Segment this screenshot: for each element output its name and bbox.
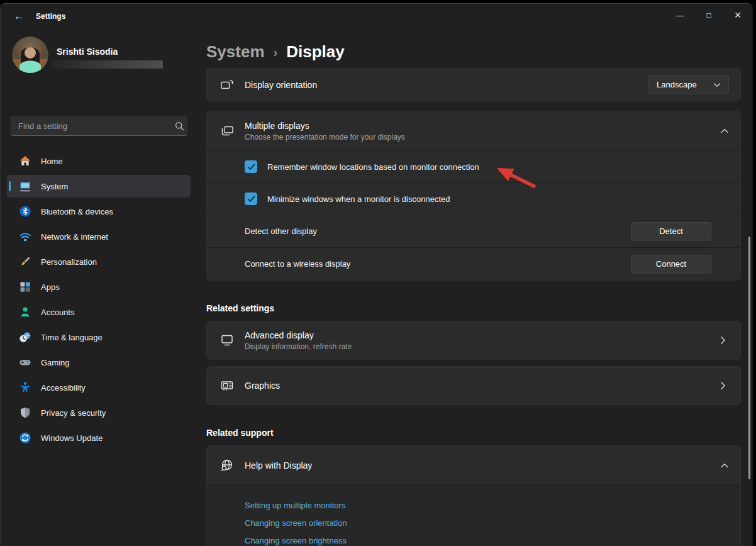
selected-accent-pill (9, 181, 11, 191)
sidebar-item-label: Bluetooth & devices (41, 207, 113, 216)
main-content: System › Display Display orientation Lan… (197, 30, 752, 546)
help-links-section: Setting up multiple monitors Changing sc… (207, 485, 740, 546)
sidebar-item-label: Windows Update (41, 433, 103, 443)
help-link-screen-brightness[interactable]: Changing screen brightness (245, 536, 347, 545)
sidebar-nav: Home System Bluetooth & devices (7, 150, 191, 452)
page-title: Display (286, 42, 345, 62)
sidebar-item-personalization[interactable]: Personalization (7, 250, 191, 273)
time-language-icon (19, 331, 31, 343)
network-icon (19, 230, 31, 243)
breadcrumb: System › Display (206, 39, 741, 64)
help-link-multiple-monitors[interactable]: Setting up multiple monitors (245, 501, 345, 510)
sidebar-item-time-language[interactable]: Time & language (7, 326, 191, 348)
sidebar-item-label: Network & internet (41, 232, 108, 242)
maximize-icon: □ (706, 11, 711, 20)
system-icon (19, 180, 31, 192)
gaming-icon (19, 356, 31, 369)
help-with-display-title: Help with Display (245, 460, 312, 471)
remember-window-locations-checkbox[interactable] (245, 160, 257, 173)
advanced-display-subtitle: Display information, refresh rate (245, 342, 352, 351)
graphics-card[interactable]: Graphics (206, 366, 741, 405)
back-button[interactable]: ← (8, 7, 30, 26)
related-support-heading: Related support (206, 428, 741, 438)
sidebar-item-home[interactable]: Home (7, 150, 191, 172)
minimize-button[interactable]: — (665, 4, 694, 26)
multiple-displays-subtitle: Choose the presentation mode for your di… (245, 133, 405, 142)
window-controls: — □ × (665, 4, 752, 26)
multiple-displays-group: Multiple displays Choose the presentatio… (206, 111, 741, 281)
chevron-right-icon (720, 381, 729, 390)
multiple-displays-icon (220, 123, 235, 138)
chevron-right-icon (720, 336, 729, 345)
related-settings-heading: Related settings (206, 303, 741, 313)
chevron-down-icon (713, 82, 721, 87)
back-arrow-icon: ← (14, 11, 24, 22)
display-orientation-row: Display orientation Landscape (206, 68, 741, 101)
sidebar-item-label: Time & language (41, 333, 103, 342)
home-icon (19, 155, 31, 167)
sidebar-item-bluetooth-devices[interactable]: Bluetooth & devices (7, 200, 191, 223)
scrollbar[interactable] (748, 237, 750, 479)
sidebar-item-apps[interactable]: Apps (7, 276, 191, 298)
profile-block[interactable]: Srishti Sisodia (1, 36, 197, 81)
advanced-display-title: Advanced display (245, 330, 352, 340)
detect-other-display-label: Detect other display (245, 226, 317, 236)
personalization-icon (19, 255, 31, 268)
sidebar-item-label: Accounts (41, 308, 74, 317)
graphics-title: Graphics (245, 381, 280, 391)
chevron-up-icon (720, 463, 729, 469)
bluetooth-icon (19, 205, 31, 218)
sidebar-item-accessibility[interactable]: Accessibility (7, 376, 191, 399)
remember-window-locations-row: Remember window locations based on monit… (207, 150, 740, 182)
wireless-display-row: Connect to a wireless display Connect (207, 247, 740, 280)
minimize-windows-row: Minimize windows when a monitor is disco… (207, 182, 740, 214)
apps-icon (19, 281, 31, 293)
minimize-icon: — (676, 11, 684, 20)
connect-button[interactable]: Connect (631, 255, 711, 274)
sidebar-item-privacy-security[interactable]: Privacy & security (7, 401, 191, 424)
sidebar: Srishti Sisodia Home Syste (1, 30, 197, 546)
sidebar-item-label: Apps (41, 282, 60, 292)
privacy-shield-icon (19, 406, 31, 419)
help-with-display-header[interactable]: Help with Display (207, 446, 740, 485)
sidebar-item-system[interactable]: System (7, 175, 191, 198)
minimize-windows-checkbox[interactable] (245, 192, 257, 205)
titlebar[interactable]: ← Settings — □ × (1, 4, 752, 30)
sidebar-item-gaming[interactable]: Gaming (7, 351, 191, 374)
sidebar-item-label: Accessibility (41, 383, 86, 393)
breadcrumb-system[interactable]: System (206, 42, 265, 62)
sidebar-item-windows-update[interactable]: Windows Update (7, 426, 191, 449)
search-input[interactable] (11, 121, 171, 131)
checkbox-label: Remember window locations based on monit… (267, 162, 479, 172)
wireless-display-label: Connect to a wireless display (245, 259, 350, 269)
multiple-displays-title: Multiple displays (245, 121, 405, 131)
help-with-display-group: Help with Display Setting up multiple mo… (206, 445, 741, 546)
accounts-icon (19, 306, 31, 318)
globe-search-icon (220, 458, 235, 473)
orientation-selected-value: Landscape (657, 80, 697, 89)
display-orientation-label: Display orientation (245, 80, 317, 90)
accessibility-icon (19, 381, 31, 394)
chevron-up-icon (720, 128, 729, 134)
maximize-button[interactable]: □ (694, 4, 723, 26)
checkbox-label: Minimize windows when a monitor is disco… (267, 194, 450, 204)
search-icon[interactable] (171, 121, 187, 131)
avatar (12, 36, 48, 73)
sidebar-item-label: Home (41, 157, 63, 166)
sidebar-item-network-internet[interactable]: Network & internet (7, 225, 191, 248)
sidebar-item-accounts[interactable]: Accounts (7, 301, 191, 323)
breadcrumb-separator-icon: › (274, 43, 278, 60)
windows-update-icon (19, 432, 31, 444)
settings-window: ← Settings — □ × (0, 3, 753, 546)
multiple-displays-header[interactable]: Multiple displays Choose the presentatio… (207, 111, 740, 150)
help-link-screen-orientation[interactable]: Changing screen orientation (245, 518, 347, 528)
advanced-display-card[interactable]: Advanced display Display information, re… (206, 321, 741, 360)
profile-name: Srishti Sisodia (57, 47, 118, 57)
sidebar-item-label: Gaming (41, 358, 70, 367)
close-button[interactable]: × (723, 4, 752, 26)
profile-email-redacted (51, 60, 163, 69)
orientation-dropdown[interactable]: Landscape (648, 75, 729, 94)
graphics-icon (220, 378, 235, 393)
detect-other-display-row: Detect other display Detect (207, 214, 740, 247)
detect-button[interactable]: Detect (631, 222, 711, 241)
